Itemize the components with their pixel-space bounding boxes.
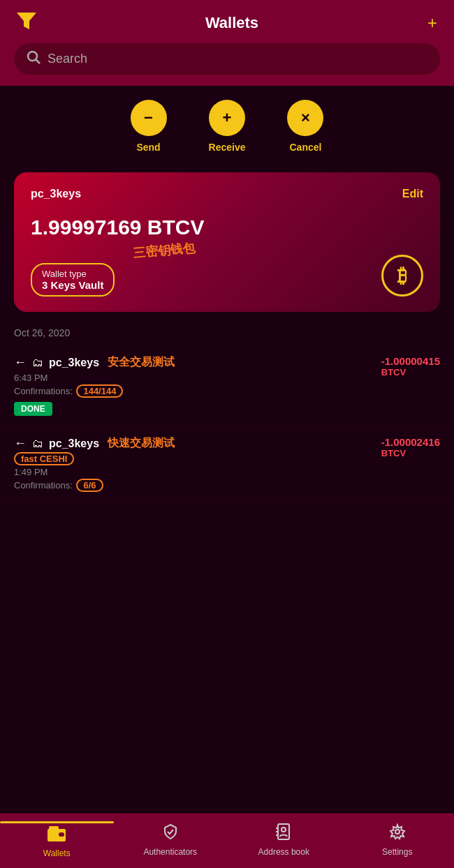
transaction-date: Oct 26, 2020 bbox=[0, 324, 454, 345]
nav-label-settings: Settings bbox=[382, 847, 412, 857]
tx-left-col: ← 🗂 pc_3keys 安全交易测试 6:43 PM Confirmation… bbox=[14, 355, 381, 416]
wallet-name: pc_3keys bbox=[31, 188, 81, 200]
wallet-footer: Wallet type 3 Keys Vault ₿ bbox=[31, 255, 423, 297]
tx-wallet-icon: 🗂 bbox=[32, 357, 43, 369]
wallet-type-badge: Wallet type 3 Keys Vault bbox=[31, 263, 115, 297]
nav-spacer bbox=[0, 502, 454, 558]
tx-arrow-icon: ← bbox=[14, 355, 27, 370]
tx-confirmations-1: Confirmations: 144/144 bbox=[14, 384, 381, 398]
tx-wallet-name: pc_3keys bbox=[49, 357, 99, 369]
send-circle: − bbox=[131, 100, 167, 136]
tx-arrow-icon: ← bbox=[14, 436, 27, 451]
search-bar-container bbox=[0, 43, 454, 86]
svg-point-10 bbox=[281, 828, 286, 832]
tx-fast-label: fast CESHI bbox=[14, 454, 381, 464]
tx-confirm-value-1: 144/144 bbox=[76, 384, 123, 398]
app-header: Wallets + bbox=[0, 0, 454, 43]
nav-item-address-book[interactable]: Address book bbox=[227, 823, 341, 857]
svg-line-2 bbox=[36, 60, 41, 64]
filter-icon[interactable] bbox=[17, 13, 36, 33]
tx-right-col: -1.00002416 BTCV bbox=[381, 436, 440, 458]
bitcoin-logo: ₿ bbox=[381, 255, 423, 297]
tx-right-col: -1.00000415 BTCV bbox=[381, 355, 440, 377]
svg-marker-0 bbox=[17, 13, 36, 29]
search-input[interactable] bbox=[47, 52, 427, 66]
page-title: Wallets bbox=[205, 14, 258, 32]
search-wrapper bbox=[14, 43, 440, 75]
send-button[interactable]: − Send bbox=[131, 100, 167, 153]
wallet-balance: 1.99997169 BTCV bbox=[31, 216, 423, 239]
nav-item-authenticators[interactable]: Authenticators bbox=[114, 823, 228, 857]
tx-status-done-1: DONE bbox=[14, 402, 52, 416]
nav-item-wallets[interactable]: Wallets bbox=[0, 821, 114, 858]
tx-currency-1: BTCV bbox=[381, 367, 440, 377]
search-icon bbox=[27, 50, 41, 68]
tx-fast-badge: fast CESHI bbox=[14, 452, 74, 465]
add-wallet-icon[interactable]: + bbox=[427, 13, 437, 33]
receive-button[interactable]: + Receive bbox=[209, 100, 246, 153]
cancel-button[interactable]: × Cancel bbox=[287, 100, 323, 153]
cancel-label: Cancel bbox=[290, 142, 322, 153]
tx-title-row: ← 🗂 pc_3keys 安全交易测试 bbox=[14, 355, 381, 370]
nav-label-authenticators: Authenticators bbox=[143, 847, 197, 857]
receive-label: Receive bbox=[209, 142, 246, 153]
nav-label-address-book: Address book bbox=[258, 847, 309, 857]
receive-circle: + bbox=[209, 100, 245, 136]
tx-time-2: 1:49 PM bbox=[14, 467, 381, 477]
svg-rect-4 bbox=[49, 826, 59, 830]
send-label: Send bbox=[136, 142, 160, 153]
transaction-item[interactable]: ← 🗂 pc_3keys 安全交易测试 6:43 PM Confirmation… bbox=[0, 345, 454, 426]
bottom-navigation: Wallets Authenticators Address book bbox=[0, 814, 454, 868]
bitcoin-symbol: ₿ bbox=[397, 264, 407, 287]
wallet-type-value: 3 Keys Vault bbox=[42, 279, 103, 291]
address-book-icon bbox=[276, 823, 291, 844]
cancel-circle: × bbox=[287, 100, 323, 136]
tx-confirmations-2: Confirmations: 6/6 bbox=[14, 479, 381, 492]
tx-title-row: ← 🗂 pc_3keys 快速交易测试 bbox=[14, 436, 381, 451]
transaction-item[interactable]: ← 🗂 pc_3keys 快速交易测试 fast CESHI 1:49 PM C… bbox=[0, 426, 454, 502]
tx-left-col: ← 🗂 pc_3keys 快速交易测试 fast CESHI 1:49 PM C… bbox=[14, 436, 381, 492]
svg-rect-5 bbox=[59, 832, 64, 837]
tx-row: ← 🗂 pc_3keys 快速交易测试 fast CESHI 1:49 PM C… bbox=[14, 436, 440, 492]
action-buttons-row: − Send + Receive × Cancel bbox=[0, 86, 454, 160]
tx-amount-2: -1.00002416 bbox=[381, 436, 440, 448]
tx-confirm-value-2: 6/6 bbox=[76, 479, 103, 492]
wallet-card-wrapper: pc_3keys Edit 1.99997169 BTCV Wallet typ… bbox=[0, 160, 454, 324]
tx-amount-1: -1.00000415 bbox=[381, 355, 440, 367]
nav-label-wallets: Wallets bbox=[43, 848, 71, 858]
nav-item-settings[interactable]: Settings bbox=[341, 823, 455, 857]
tx-wallet-icon: 🗂 bbox=[32, 437, 43, 450]
tx-row: ← 🗂 pc_3keys 安全交易测试 6:43 PM Confirmation… bbox=[14, 355, 440, 416]
svg-point-11 bbox=[395, 830, 400, 834]
svg-point-1 bbox=[28, 52, 37, 61]
settings-icon bbox=[389, 823, 406, 844]
tx-currency-2: BTCV bbox=[381, 448, 440, 458]
tx-time-1: 6:43 PM bbox=[14, 373, 381, 383]
wallet-edit-button[interactable]: Edit bbox=[402, 188, 423, 200]
wallets-icon bbox=[47, 826, 66, 846]
wallets-active-bar bbox=[0, 821, 114, 823]
tx-chinese-label-1: 安全交易测试 bbox=[108, 355, 175, 370]
tx-chinese-label-2: 快速交易测试 bbox=[108, 436, 175, 451]
tx-wallet-name: pc_3keys bbox=[49, 437, 99, 450]
authenticators-icon bbox=[162, 823, 179, 844]
wallet-type-label: Wallet type bbox=[42, 269, 103, 279]
wallet-card[interactable]: pc_3keys Edit 1.99997169 BTCV Wallet typ… bbox=[14, 172, 440, 312]
